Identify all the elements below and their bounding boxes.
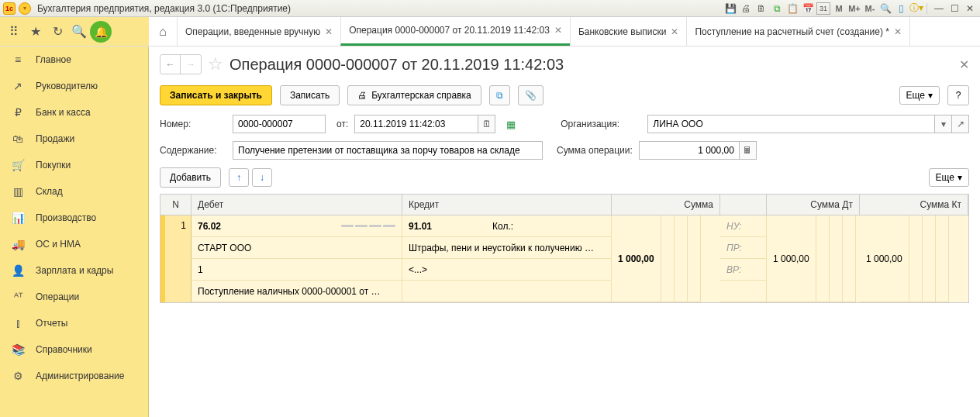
minimize-button[interactable]: — [932,2,946,15]
credit-sub2[interactable]: <...> [402,259,612,281]
debit-account[interactable]: 76.02 [192,215,402,237]
button-label: Бухгалтерская справка [371,90,471,101]
catalogs-icon: 📚 [11,343,25,356]
col-header-sum[interactable]: Сумма [612,195,720,215]
doc-icon[interactable]: 🗎 [754,2,768,15]
tab-operation-000007[interactable]: Операция 0000-000007 от 20.11.2019 11:42… [340,17,570,46]
notifications-icon[interactable]: 🔔 [90,21,112,43]
credit-account[interactable]: 91.01 Кол.: [402,215,612,237]
input-value: 0000-000007 [238,119,293,129]
sdt-cell[interactable]: 1 000,00 [767,215,816,302]
sidebar-item-bank[interactable]: ₽Банк и касса [0,99,148,126]
save-close-button[interactable]: Записать и закрыть [160,85,272,105]
sidebar-item-assets[interactable]: 🚚ОС и НМА [0,231,148,257]
window-title: Бухгалтерия предприятия, редакция 3.0 (1… [37,3,722,14]
close-icon[interactable]: ✕ [894,26,902,37]
sidebar-item-manager[interactable]: ↗Руководителю [0,73,148,99]
table-row[interactable]: 1 76.02 СТАРТ ООО 1 Поступление наличных… [160,215,968,302]
production-icon: 📊 [11,212,25,224]
panel-icon[interactable]: ▯ [894,2,908,15]
back-button[interactable]: ← [160,55,181,74]
close-icon[interactable]: ✕ [554,25,562,36]
date-field[interactable]: 20.11.2019 11:42:03 [354,115,478,133]
apps-icon[interactable]: ⠿ [3,21,25,43]
link-button[interactable]: ⧉ [489,85,510,105]
debit-sub3[interactable]: Поступление наличных 0000-000001 от … [192,281,402,302]
home-icon[interactable]: ⌂ [152,21,174,43]
sidebar-item-hr[interactable]: 👤Зарплата и кадры [0,257,148,284]
date-icon[interactable]: 31 [816,2,830,15]
history-icon[interactable]: ↻ [47,21,68,43]
calc-m-button[interactable]: M [832,2,846,15]
close-icon[interactable]: ✕ [325,26,333,37]
col-header-sdt[interactable]: Сумма Дт [767,195,860,215]
sidebar-item-warehouse[interactable]: ▥Склад [0,178,148,205]
debit-sub1[interactable]: СТАРТ ООО [192,237,402,259]
number-field[interactable]: 0000-000007 [233,115,326,133]
input-value: Получение претензии от поставщика за пор… [238,145,520,156]
close-page-button[interactable]: ✕ [959,57,969,72]
favorite-icon[interactable]: ★ [25,21,47,43]
calendar-icon[interactable]: 📅 [801,2,815,15]
star-icon[interactable]: ☆ [208,54,223,74]
table-more-button[interactable]: Еще▾ [929,168,969,187]
sidebar-item-purchases[interactable]: 🛒Покупки [0,152,148,178]
app-dropdown-icon[interactable]: ▾ [19,2,31,15]
col-header-debit[interactable]: Дебет [192,195,402,215]
clipboard-icon[interactable]: 📋 [785,2,799,15]
move-down-button[interactable]: ↓ [252,168,272,187]
sum-cell[interactable]: 1 000,00 [612,215,661,302]
credit-sub3[interactable] [402,281,612,302]
compare-icon[interactable]: ⧉ [770,2,784,15]
info-icon[interactable]: ⓘ▾ [909,2,923,15]
print-ref-button[interactable]: 🖨Бухгалтерская справка [347,85,481,105]
chevron-down-icon: ▾ [958,172,962,183]
attach-button[interactable]: 📎 [518,85,543,105]
col-header-credit[interactable]: Кредит [402,195,612,215]
content-field[interactable]: Получение претензии от поставщика за пор… [233,141,543,160]
sum-field[interactable]: 1 000,00 [639,141,740,160]
org-field[interactable]: ЛИНА ООО [647,115,935,133]
forward-button[interactable]: → [181,55,201,74]
printer-icon: 🖨 [357,90,367,101]
col-header-skt[interactable]: Сумма Кт [860,195,968,215]
debit-sub2[interactable]: 1 [192,259,402,281]
org-dropdown-icon[interactable]: ▾ [935,115,952,133]
admin-icon: ⚙ [11,370,25,382]
sidebar-item-reports[interactable]: ⫿Отчеты [0,310,148,336]
close-window-button[interactable]: ✕ [963,2,977,15]
col-header-n[interactable]: N [160,195,192,215]
button-label: Еще [906,90,925,101]
move-up-button[interactable]: ↑ [229,168,249,187]
save-icon[interactable]: 💾 [723,2,737,15]
calendar-picker-icon[interactable]: 🗓 [478,115,495,133]
sidebar-item-production[interactable]: 📊Производство [0,205,148,231]
org-open-icon[interactable]: ↗ [952,115,969,133]
from-label: от: [336,119,348,129]
close-icon[interactable]: ✕ [671,26,678,37]
tab-receipt-creation[interactable]: Поступление на расчетный счет (создание)… [686,17,909,46]
skt-cell[interactable]: 1 000,00 [860,215,909,302]
sidebar-item-admin[interactable]: ⚙Администрирование [0,363,148,389]
sidebar-item-sales[interactable]: 🛍Продажи [0,126,148,152]
calculator-icon[interactable]: 🖩 [740,141,757,160]
maximize-button[interactable]: ☐ [947,2,961,15]
zoom-icon[interactable]: 🔍 [878,2,892,15]
tab-operations-manual[interactable]: Операции, введенные вручную✕ [177,17,340,46]
add-button[interactable]: Добавить [160,167,221,188]
search-icon[interactable]: 🔍 [68,21,90,43]
more-button[interactable]: Еще▾ [899,86,940,105]
calc-mplus-button[interactable]: M+ [847,2,861,15]
nu-label: НУ: [720,215,767,237]
save-button[interactable]: Записать [280,85,340,105]
print-icon[interactable]: 🖨 [739,2,753,15]
help-button[interactable]: ? [947,85,969,105]
tab-label: Операция 0000-000007 от 20.11.2019 11:42… [349,25,550,36]
calc-mminus-button[interactable]: M- [863,2,877,15]
sidebar-item-catalogs[interactable]: 📚Справочники [0,336,148,363]
credit-sub1[interactable]: Штрафы, пени и неустойки к получению … [402,237,612,259]
sidebar-item-operations[interactable]: ᴬᵀОперации [0,284,148,310]
sidebar-item-main[interactable]: ≡Главное [0,47,148,73]
tab-bank-statements[interactable]: Банковские выписки✕ [570,17,687,46]
input-value: 1 000,00 [698,145,734,156]
